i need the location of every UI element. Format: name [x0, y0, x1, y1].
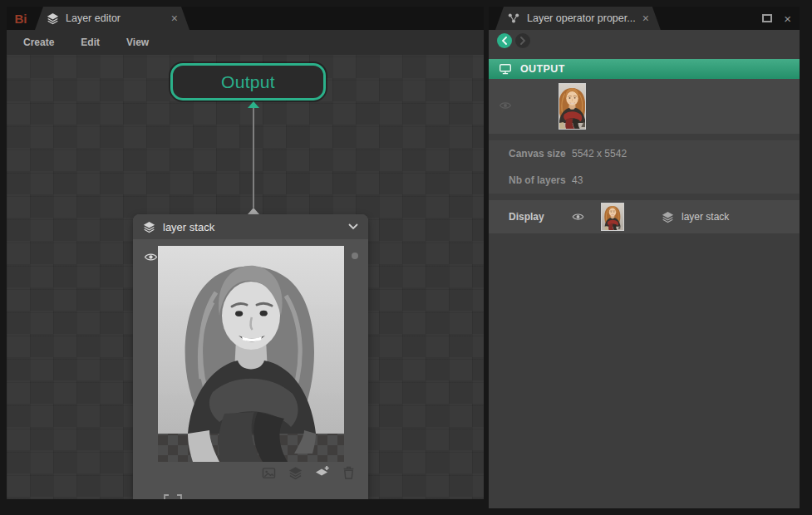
layer-operator-properties-panel: OUTPUT Canvas size 5542 x 5542 Nb of lay… — [489, 30, 800, 508]
image-icon[interactable] — [262, 467, 276, 479]
layer-stack-node-body — [133, 239, 368, 499]
nb-layers-row: Nb of layers 43 — [489, 167, 800, 194]
app-logo[interactable]: Bi — [7, 7, 35, 30]
menu-item-view[interactable]: View — [126, 37, 149, 48]
selection-brackets-icon[interactable] — [163, 493, 183, 499]
close-icon[interactable]: × — [171, 12, 178, 24]
canvas-size-value: 5542 x 5542 — [572, 140, 627, 167]
menu-item-create[interactable]: Create — [23, 37, 54, 48]
eye-icon[interactable] — [499, 101, 512, 110]
output-node-input-port[interactable] — [248, 101, 259, 108]
output-node-label: Output — [221, 72, 275, 92]
output-preview-thumbnail — [559, 83, 586, 130]
eye-icon[interactable] — [572, 212, 584, 222]
layer-visibility-eye-icon[interactable] — [144, 252, 158, 262]
output-section-title: OUTPUT — [520, 63, 565, 75]
layers-icon — [662, 211, 674, 223]
tab-layer-editor[interactable]: Layer editor × — [35, 7, 189, 30]
monitor-icon — [499, 63, 512, 75]
window-close-button[interactable]: × — [784, 12, 791, 25]
tab-label: Layer operator proper... — [527, 12, 636, 24]
tab-label: Layer editor — [66, 12, 121, 24]
app-window: Bi Layer editor × Create Edit View Outpu… — [0, 0, 812, 515]
nb-layers-value: 43 — [572, 167, 583, 194]
output-section-header: OUTPUT — [489, 59, 800, 79]
layer-toolbar — [262, 465, 355, 480]
layer-selection-dot[interactable] — [352, 253, 358, 259]
chevron-down-icon[interactable] — [348, 223, 358, 230]
back-button[interactable] — [497, 33, 512, 48]
output-preview-image — [559, 84, 585, 129]
display-value: layer stack — [682, 200, 729, 233]
window-controls: × — [762, 7, 800, 30]
layers-icon — [47, 12, 59, 25]
layer-stack-output-port[interactable] — [248, 208, 259, 214]
right-tabstrip: Layer operator proper... × × — [489, 7, 800, 30]
output-node[interactable]: Output — [170, 63, 326, 101]
add-layer-icon[interactable] — [315, 465, 330, 480]
left-tabstrip: Bi Layer editor × — [7, 7, 484, 30]
output-preview-row — [489, 79, 800, 134]
nb-layers-label: Nb of layers — [509, 167, 566, 194]
layer-stack-title: layer stack — [163, 221, 214, 233]
display-row: Display layer stack — [489, 200, 800, 233]
output-info-section: Canvas size 5542 x 5542 Nb of layers 43 — [489, 140, 800, 194]
connection-line — [253, 108, 254, 208]
layers-icon — [143, 221, 155, 233]
layer-stack-node[interactable]: layer stack — [133, 214, 368, 499]
canvas-size-label: Canvas size — [509, 140, 566, 167]
canvas-size-row: Canvas size 5542 x 5542 — [489, 140, 800, 167]
menu-item-edit[interactable]: Edit — [81, 37, 100, 48]
chevron-right-icon — [519, 37, 526, 45]
display-thumbnail — [601, 203, 624, 231]
forward-button[interactable] — [515, 33, 530, 48]
display-thumbnail-image — [602, 204, 623, 230]
layer-preview-image — [158, 246, 344, 462]
layer-stack-node-header[interactable]: layer stack — [133, 214, 368, 239]
menubar: Create Edit View — [7, 30, 484, 55]
node-graph-icon — [507, 12, 520, 24]
close-icon[interactable]: × — [642, 12, 649, 24]
chevron-left-icon — [501, 37, 508, 45]
tab-layer-operator-properties[interactable]: Layer operator proper... × — [495, 7, 661, 30]
trash-icon[interactable] — [342, 466, 355, 480]
node-editor-canvas[interactable]: Output layer stack — [7, 55, 484, 499]
merge-layers-icon[interactable] — [288, 466, 303, 480]
window-restore-button[interactable] — [762, 14, 772, 22]
layer-thumbnail[interactable] — [158, 246, 344, 462]
display-label: Display — [509, 200, 544, 233]
